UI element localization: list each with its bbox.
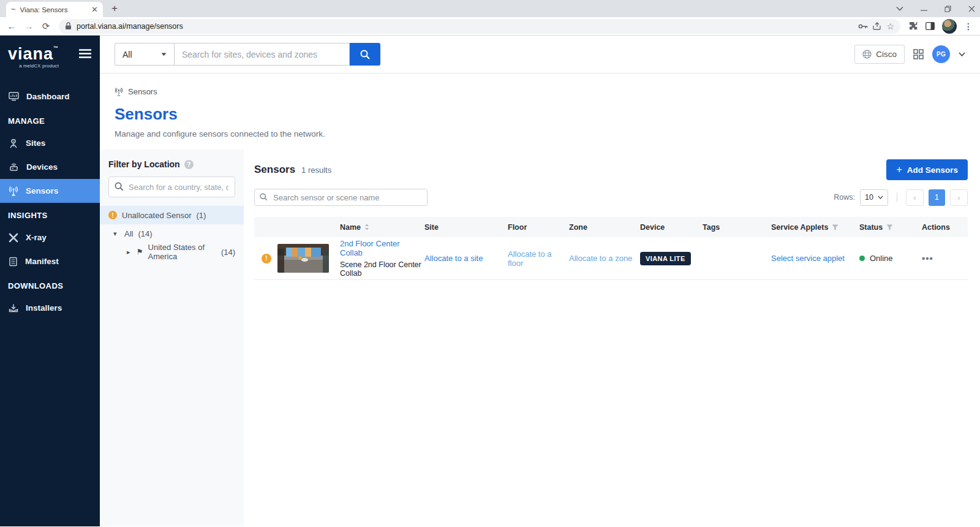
flag-icon: ⚑ xyxy=(137,248,143,256)
window-restore-button[interactable] xyxy=(944,6,951,12)
status-label: Online xyxy=(870,254,893,263)
search-scope-select[interactable]: All xyxy=(115,43,174,66)
tab-favicon-icon: ~ xyxy=(11,5,16,14)
add-sensors-button[interactable]: + Add Sensors xyxy=(886,159,968,180)
installers-icon xyxy=(9,303,18,313)
sites-icon xyxy=(9,138,18,148)
apps-grid-icon[interactable] xyxy=(913,49,924,59)
sidebar-section-manage: MANAGE xyxy=(0,108,100,131)
page-header: Sensors Sensors Manage and configure sen… xyxy=(100,74,980,150)
new-tab-button[interactable]: + xyxy=(111,2,118,15)
sidebar-item-manifest[interactable]: Manifest xyxy=(0,249,100,273)
current-page[interactable]: 1 xyxy=(929,189,945,206)
caret-down-icon[interactable]: ▾ xyxy=(113,230,119,238)
next-page-button[interactable]: › xyxy=(950,189,968,206)
sidebar-item-devices[interactable]: Devices xyxy=(0,155,100,179)
sidebar-section-insights: INSIGHTS xyxy=(0,203,100,226)
header-service-applets[interactable]: Service Applets xyxy=(771,223,859,232)
tree-item-all[interactable]: ▾ All (14) xyxy=(100,224,244,243)
allocate-site-link[interactable]: Allocate to a site xyxy=(424,254,508,263)
logo-tagline: a meldCX product xyxy=(8,63,59,69)
page-subtitle: Manage and configure sensors connected t… xyxy=(115,129,965,138)
bookmark-star-icon[interactable]: ☆ xyxy=(886,21,894,31)
header-site: Site xyxy=(424,223,508,232)
global-search-button[interactable] xyxy=(350,43,380,66)
browser-toolbar: ← → ⟳ portal.viana.ai/manage/sensors ☆ ⋮ xyxy=(0,17,980,36)
warning-icon: ! xyxy=(108,211,117,219)
header-actions: Actions xyxy=(922,223,968,232)
reload-button[interactable]: ⟳ xyxy=(39,21,53,32)
header-name[interactable]: Name xyxy=(340,223,424,232)
tab-title: Viana: Sensors xyxy=(20,6,88,13)
row-warning-icon: ! xyxy=(262,254,271,264)
tree-item-unallocated-sensor[interactable]: ! Unallocated Sensor (1) xyxy=(100,206,244,224)
sidebar-item-xray[interactable]: X-ray xyxy=(0,226,100,249)
extensions-puzzle-icon[interactable] xyxy=(909,21,918,31)
account-chevron-icon[interactable] xyxy=(959,52,965,56)
browser-tab[interactable]: ~ Viana: Sensors ✕ xyxy=(6,2,103,17)
sidebar-section-downloads: DOWNLOADS xyxy=(0,273,100,296)
browser-menu-icon[interactable]: ⋮ xyxy=(964,21,973,31)
select-service-applet-link[interactable]: Select service applet xyxy=(771,254,859,263)
user-avatar[interactable]: PG xyxy=(932,45,950,63)
lock-icon xyxy=(65,22,72,30)
browser-titlebar: ~ Viana: Sensors ✕ + xyxy=(0,0,980,17)
plus-icon: + xyxy=(896,164,902,175)
table-title: Sensors xyxy=(254,164,295,176)
sort-icon[interactable] xyxy=(364,224,369,230)
globe-icon xyxy=(862,50,872,59)
rows-caret-icon xyxy=(878,195,883,199)
tree-count: (14) xyxy=(138,229,152,238)
page-title: Sensors xyxy=(115,105,965,124)
url-bar[interactable]: portal.viana.ai/manage/sensors ☆ xyxy=(59,19,900,34)
url-text[interactable]: portal.viana.ai/manage/sensors xyxy=(77,22,853,31)
help-icon[interactable]: ? xyxy=(184,160,194,169)
tab-search-chevron-icon[interactable] xyxy=(896,6,903,11)
scope-caret-icon xyxy=(161,53,167,56)
sensor-search-icon xyxy=(260,193,268,201)
breadcrumb-sensors-icon xyxy=(115,87,123,96)
caret-right-icon[interactable]: ▸ xyxy=(127,248,132,256)
allocate-zone-link[interactable]: Allocate to a zone xyxy=(569,254,640,263)
header-status[interactable]: Status xyxy=(859,223,922,232)
sidebar-item-installers[interactable]: Installers xyxy=(0,296,100,320)
password-key-icon[interactable] xyxy=(858,23,868,29)
status-cell: Online xyxy=(859,254,922,263)
back-button[interactable]: ← xyxy=(5,21,18,31)
results-count: 1 results xyxy=(301,165,331,175)
sensor-thumbnail[interactable] xyxy=(277,244,329,273)
window-close-button[interactable] xyxy=(968,6,975,12)
online-status-dot xyxy=(859,256,865,261)
browser-profile-avatar[interactable] xyxy=(942,19,957,34)
rows-label: Rows: xyxy=(834,193,855,202)
app-topbar: All Cisco PG xyxy=(100,36,980,74)
allocate-floor-link[interactable]: Allocate to a floor xyxy=(508,249,569,268)
filter-funnel-icon[interactable] xyxy=(886,224,893,230)
tree-count: (14) xyxy=(221,248,235,257)
filter-by-location-panel: Filter by Location ? ! Unallocated Senso… xyxy=(100,150,244,526)
forward-button[interactable]: → xyxy=(22,21,36,31)
prev-page-button[interactable]: ‹ xyxy=(906,189,924,206)
window-minimize-button[interactable] xyxy=(921,6,927,12)
sensor-search-input[interactable] xyxy=(254,189,428,206)
tree-item-united-states[interactable]: ▸ ⚑ United States of America (14) xyxy=(100,243,244,261)
hamburger-menu-icon[interactable] xyxy=(79,49,91,60)
sensor-name-link[interactable]: 2nd Floor Center Collab xyxy=(340,239,424,257)
global-search-input[interactable] xyxy=(174,43,350,66)
share-icon[interactable] xyxy=(873,22,881,30)
tab-close-icon[interactable]: ✕ xyxy=(91,6,98,13)
side-panel-icon[interactable] xyxy=(925,22,935,30)
breadcrumb-label[interactable]: Sensors xyxy=(128,87,157,96)
filter-funnel-icon[interactable] xyxy=(832,224,839,230)
org-selector-button[interactable]: Cisco xyxy=(854,45,905,64)
rows-per-page-select[interactable]: 10 xyxy=(860,189,888,206)
search-icon xyxy=(360,50,370,59)
location-search-icon xyxy=(115,182,124,191)
location-search-input[interactable] xyxy=(108,176,235,197)
sensors-main: Sensors 1 results + Add Sensors Rows: xyxy=(244,150,980,526)
row-actions-menu[interactable]: ••• xyxy=(922,253,968,264)
sidebar-item-sites[interactable]: Sites xyxy=(0,131,100,155)
sidebar-item-sensors[interactable]: Sensors xyxy=(0,179,100,203)
sidebar-item-dashboard[interactable]: Dashboard xyxy=(0,85,100,108)
sensor-row: ! 2nd Floor Center Collab Scene 2nd Floo… xyxy=(254,237,968,280)
